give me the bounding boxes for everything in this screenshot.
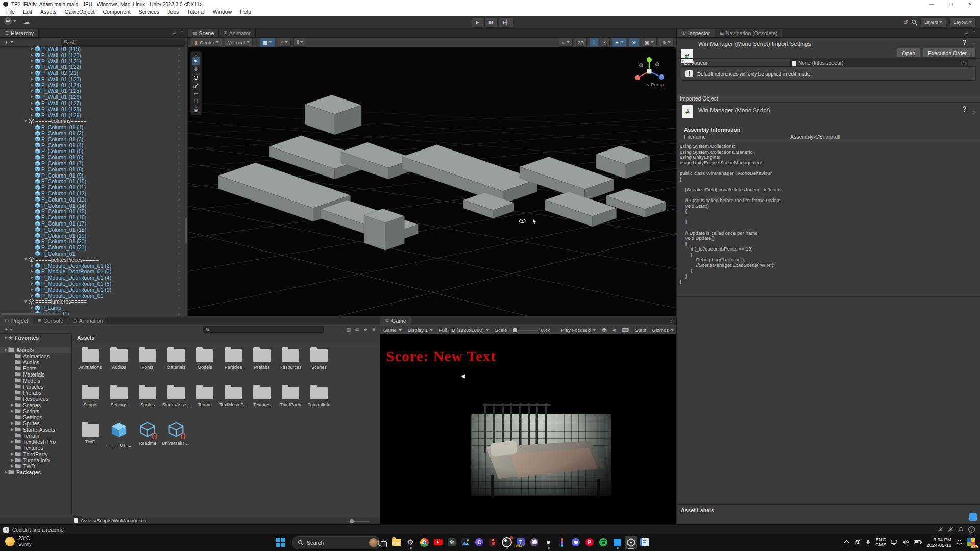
execution-order-button[interactable]: Execution Order... [923, 48, 976, 58]
prefab-open-chevron-icon[interactable]: › [178, 83, 180, 88]
prefab-open-chevron-icon[interactable]: › [178, 148, 180, 154]
discord-icon[interactable] [570, 536, 582, 549]
vertical-scrollbar[interactable] [185, 217, 187, 244]
project-grid-item[interactable]: Fonts [133, 346, 162, 370]
menu-edit[interactable]: Edit [19, 8, 36, 16]
language-indicator[interactable]: ENGCMS [875, 537, 886, 548]
progress-chevron-icon[interactable]: ⌄ [968, 526, 975, 533]
prefab-open-chevron-icon[interactable]: › [178, 77, 180, 82]
expand-arrow-icon[interactable] [29, 102, 35, 105]
scene-lighting-toggle[interactable]: 💡︎ [589, 38, 599, 47]
tab-scene[interactable]: ▦Scene [188, 29, 219, 37]
hierarchy-item[interactable]: P_Column_01 (21)› [0, 244, 184, 251]
minimize-button[interactable]: — [922, 0, 941, 8]
maximize-button[interactable]: ▢ [941, 0, 961, 8]
expand-arrow-icon[interactable] [22, 258, 29, 261]
prefab-open-chevron-icon[interactable]: › [178, 113, 180, 118]
snap-settings-dropdown[interactable]: ⫴ [293, 38, 306, 47]
prefab-open-chevron-icon[interactable]: › [178, 173, 180, 178]
prefab-open-chevron-icon[interactable]: › [178, 221, 180, 226]
hierarchy-item[interactable]: P_Column_01 (20)› [0, 239, 184, 245]
project-grid-item[interactable]: Particles [219, 346, 248, 370]
help-icon[interactable]: ❔ [962, 106, 968, 112]
teams-icon[interactable]: TNEW [514, 536, 527, 549]
menu-assets[interactable]: Assets [36, 8, 61, 16]
scale-tool-button[interactable] [192, 82, 200, 89]
hierarchy-item[interactable]: P_Wall_01 (119)› [0, 46, 184, 52]
youtube-icon[interactable] [432, 536, 444, 549]
project-grid-item[interactable]: Prefabs [248, 346, 276, 370]
hierarchy-item[interactable]: P_Column_01 (1)› [0, 124, 184, 130]
unity-hub-icon[interactable] [542, 536, 554, 549]
bell-muted-icon[interactable] [854, 539, 861, 546]
project-grid-item[interactable]: Textures [248, 384, 276, 407]
prefab-open-chevron-icon[interactable]: › [178, 101, 180, 106]
mute-audio-icon[interactable]: 🔊︎ [609, 325, 619, 334]
tab-inspector[interactable]: ⓘInspector [677, 29, 715, 37]
photos-icon[interactable] [459, 536, 472, 549]
obs-icon[interactable] [501, 536, 513, 549]
project-tree-item[interactable]: Audios [0, 359, 71, 365]
speaker-icon[interactable] [902, 539, 909, 545]
expand-arrow-icon[interactable] [29, 264, 35, 267]
prefab-open-chevron-icon[interactable]: › [178, 305, 180, 310]
hierarchy-item[interactable]: P_Wall_01 (128)› [0, 106, 184, 112]
prefab-open-chevron-icon[interactable]: › [178, 215, 180, 220]
tab-animation[interactable]: ◷Animation [68, 316, 108, 325]
prefab-open-chevron-icon[interactable]: › [178, 269, 180, 274]
tab-game[interactable]: 🎮︎Game [380, 316, 411, 325]
expand-arrow-icon[interactable] [29, 276, 35, 279]
hierarchy-item[interactable]: P_Module_DoorRoom_01› [0, 293, 184, 299]
hierarchy-item[interactable]: P_Column_01 (9)› [0, 172, 184, 179]
expand-arrow-icon[interactable] [29, 114, 35, 117]
notes-icon[interactable] [639, 536, 651, 549]
expand-arrow-icon[interactable] [29, 288, 35, 291]
lock-icon[interactable]: 🔓︎ [173, 30, 176, 36]
prefab-open-chevron-icon[interactable]: › [178, 155, 180, 160]
hierarchy-item[interactable]: P_Wall_02 (21)› [0, 70, 184, 76]
vscode-icon[interactable] [611, 536, 623, 549]
project-tree-item[interactable]: Sprites [0, 420, 71, 427]
prefab-open-chevron-icon[interactable]: › [178, 293, 180, 298]
prefab-open-chevron-icon[interactable]: › [178, 281, 180, 286]
prefab-open-chevron-icon[interactable]: › [178, 161, 180, 166]
prefab-open-chevron-icon[interactable]: › [178, 275, 180, 280]
hierarchy-item[interactable]: P_Column_01 (3)› [0, 136, 184, 142]
hierarchy-item[interactable]: P_Wall_01 (121)› [0, 58, 184, 64]
hierarchy-item[interactable]: P_Column_01› [0, 251, 184, 257]
menu-jobs[interactable]: Jobs [163, 8, 183, 16]
project-tree-item[interactable]: Animations [0, 353, 71, 359]
project-tree-item[interactable]: Scenes [0, 402, 71, 408]
project-grid-item[interactable]: { }Readme [133, 421, 162, 446]
hierarchy-item[interactable]: P_Column_01 (17)› [0, 220, 184, 227]
file-explorer-icon[interactable] [390, 536, 403, 549]
prefab-open-chevron-icon[interactable]: › [178, 239, 180, 244]
expand-arrow-icon[interactable] [29, 282, 35, 285]
expand-arrow-icon[interactable] [29, 59, 35, 62]
project-grid-item[interactable]: Sprites [133, 384, 162, 407]
custom-tool-button[interactable]: ◉ [192, 106, 200, 114]
project-tree-item[interactable]: Scripts [0, 408, 71, 414]
prefab-open-chevron-icon[interactable]: › [178, 143, 180, 148]
view-tool-button[interactable] [192, 57, 200, 65]
project-grid-item[interactable]: ThirdParty [276, 384, 305, 407]
prefab-open-chevron-icon[interactable]: › [178, 167, 180, 172]
hierarchy-item[interactable]: P_Module_DoorRoom_01 (3)› [0, 268, 184, 274]
battery-icon[interactable] [914, 540, 922, 545]
prefab-open-chevron-icon[interactable]: › [178, 94, 180, 99]
object-picker-icon[interactable]: ◎ [961, 60, 966, 66]
camera-overlay-dropdown[interactable]: ▣ [642, 38, 657, 47]
taskbar-search[interactable]: Search [292, 536, 381, 549]
project-tree-item[interactable]: Assets [0, 347, 71, 353]
hierarchy-item[interactable]: P_Column_01 (14)› [0, 203, 184, 209]
project-tree-item[interactable]: TutorialInfo [0, 457, 71, 463]
hierarchy-item[interactable]: P_Wall_01 (125)› [0, 88, 184, 94]
prefab-open-chevron-icon[interactable]: › [178, 64, 180, 69]
effects-dropdown[interactable]: ✦ [612, 38, 627, 47]
prefab-open-chevron-icon[interactable]: › [178, 58, 180, 63]
orientation-dropdown[interactable]: ⬡Local [225, 38, 253, 47]
tab-console[interactable]: ≣Console [33, 316, 68, 325]
project-grid-item[interactable]: Materials [162, 346, 190, 370]
hierarchy-item[interactable]: P_Column_01 (18)› [0, 227, 184, 233]
prefab-open-chevron-icon[interactable]: › [178, 203, 180, 208]
